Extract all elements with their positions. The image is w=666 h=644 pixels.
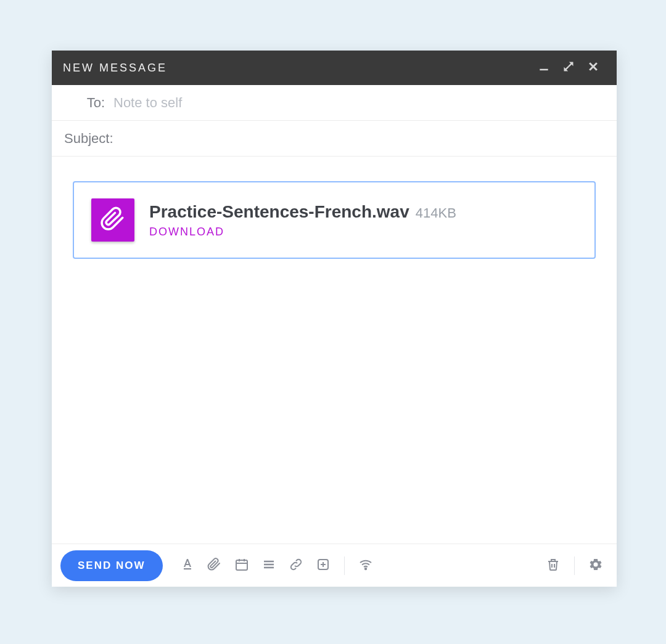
format-tools <box>175 553 335 578</box>
svg-point-19 <box>364 568 366 569</box>
titlebar: NEW MESSAGE <box>52 51 617 85</box>
send-button[interactable]: SEND NOW <box>60 550 163 581</box>
toolbar-divider <box>344 556 345 575</box>
trash-icon <box>546 557 561 574</box>
svg-rect-3 <box>184 568 191 569</box>
menu-lines-icon <box>261 557 276 574</box>
expand-icon <box>562 60 575 75</box>
text-format-button[interactable] <box>175 553 200 578</box>
compose-window: NEW MESSAGE To: Note to self Subject: <box>52 51 617 587</box>
toolbar-divider-2 <box>574 556 575 575</box>
calendar-button[interactable] <box>229 553 254 578</box>
calendar-icon <box>234 557 249 574</box>
text-format-icon <box>180 557 195 574</box>
attachment-meta: Practice-Sentences-French.wav 414KB DOWN… <box>149 202 577 238</box>
compose-toolbar: SEND NOW <box>52 544 617 587</box>
svg-rect-4 <box>236 560 247 570</box>
wifi-button[interactable] <box>353 553 378 578</box>
attachment-filename: Practice-Sentences-French.wav <box>149 202 409 222</box>
subject-field-row[interactable]: Subject: <box>52 121 617 157</box>
link-button[interactable] <box>284 553 308 578</box>
download-link[interactable]: DOWNLOAD <box>149 226 577 238</box>
attachment-icon-box <box>91 198 134 242</box>
attach-button[interactable] <box>202 553 227 578</box>
minimize-button[interactable] <box>532 55 556 80</box>
gear-icon <box>588 557 603 574</box>
attachment-size: 414KB <box>416 205 456 221</box>
settings-button[interactable] <box>583 553 608 578</box>
attachment-card[interactable]: Practice-Sentences-French.wav 414KB DOWN… <box>73 181 596 259</box>
close-button[interactable] <box>581 55 606 80</box>
expand-button[interactable] <box>556 55 581 80</box>
message-body[interactable]: Practice-Sentences-French.wav 414KB DOWN… <box>52 157 617 544</box>
minimize-icon <box>538 60 550 75</box>
window-title: NEW MESSAGE <box>63 62 167 75</box>
to-placeholder: Note to self <box>113 95 182 111</box>
insert-button[interactable] <box>311 553 335 578</box>
link-icon <box>289 557 303 574</box>
paperclip-icon <box>100 206 126 234</box>
trash-button[interactable] <box>541 553 565 578</box>
plus-square-icon <box>316 557 331 574</box>
to-field-row[interactable]: To: Note to self <box>52 85 617 121</box>
paperclip-icon <box>207 557 222 574</box>
to-label: To: <box>64 95 113 111</box>
wifi-icon <box>358 557 373 574</box>
close-icon <box>587 60 599 75</box>
list-button[interactable] <box>257 553 281 578</box>
subject-label: Subject: <box>64 131 113 147</box>
